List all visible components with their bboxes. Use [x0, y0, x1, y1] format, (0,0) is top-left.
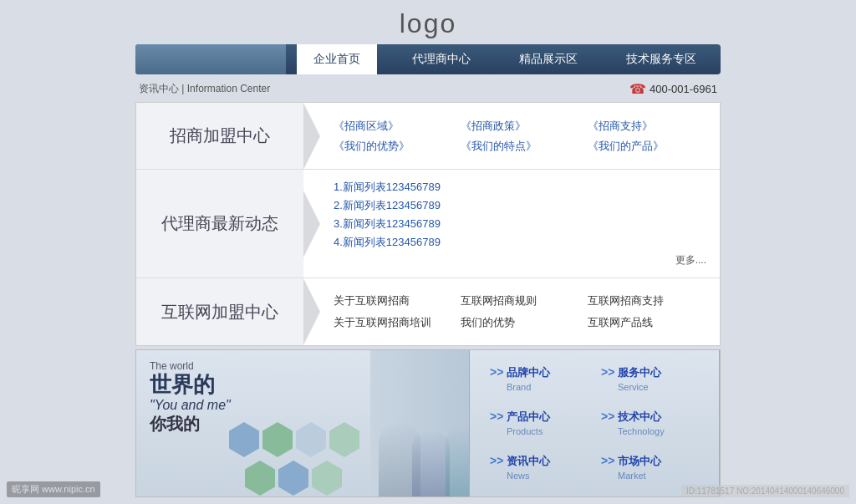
banner-left: The world 世界的 "You and me" 你我的 [136, 350, 370, 496]
internet-section: 互联网加盟中心 关于互联网招商 互联网招商规则 互联网招商支持 关于互联网招商培… [136, 278, 720, 345]
arrow-icon-tech: >> [601, 410, 614, 423]
center-link-products-sub: Products [507, 426, 543, 436]
news-link-3[interactable]: 4.新闻列表123456789 [334, 235, 706, 250]
news-content: 1.新闻列表123456789 2.新闻列表123456789 3.新闻列表12… [303, 170, 720, 277]
center-link-tech-sub: Technology [618, 426, 665, 436]
center-link-service[interactable]: >> 服务中心 Service [594, 357, 706, 401]
recruit-section: 招商加盟中心 《招商区域》 《招商政策》 《招商支持》 《我们的优势》 《我们的… [136, 103, 720, 170]
news-label: 代理商最新动态 [161, 212, 278, 235]
news-section: 代理商最新动态 1.新闻列表123456789 2.新闻列表123456789 … [136, 170, 720, 278]
internet-link-3[interactable]: 关于互联网招商培训 [334, 315, 452, 330]
banner-center-links: >> 品牌中心 Brand >> 服务中心 Service >> 产品中心 Pr… [469, 350, 720, 496]
recruit-label: 招商加盟中心 [170, 125, 270, 147]
internet-links: 关于互联网招商 互联网招商规则 互联网招商支持 关于互联网招商培训 我们的优势 … [334, 293, 706, 330]
internet-link-1[interactable]: 互联网招商规则 [461, 293, 579, 308]
internet-content: 关于互联网招商 互联网招商规则 互联网招商支持 关于互联网招商培训 我们的优势 … [303, 278, 720, 345]
center-link-market[interactable]: >> 市场中心 Market [594, 445, 706, 490]
internet-link-4[interactable]: 我们的优势 [461, 315, 579, 330]
banner-big-zh: 世界的 [150, 372, 357, 398]
arrow-icon-products: >> [490, 410, 503, 423]
internet-link-2[interactable]: 互联网招商支持 [588, 293, 706, 308]
center-link-brand-main: 品牌中心 [507, 366, 550, 379]
center-link-tech-main: 技术中心 [618, 410, 661, 423]
center-link-products-main: 产品中心 [507, 410, 550, 423]
news-link-1[interactable]: 2.新闻列表123456789 [334, 198, 706, 213]
info-center-label: 资讯中心 | Information Center [139, 82, 270, 96]
recruit-link-0[interactable]: 《招商区域》 [334, 119, 452, 134]
news-links: 1.新闻列表123456789 2.新闻列表123456789 3.新闻列表12… [334, 180, 706, 250]
recruit-link-2[interactable]: 《招商支持》 [588, 119, 706, 134]
recruit-label-area: 招商加盟中心 [136, 103, 303, 169]
internet-label-area: 互联网加盟中心 [136, 278, 303, 345]
phone-icon: ☎ [629, 81, 646, 97]
recruit-links: 《招商区域》 《招商政策》 《招商支持》 《我们的优势》 《我们的特点》 《我们… [334, 119, 706, 154]
center-link-market-sub: Market [618, 471, 646, 481]
arrow-icon-brand: >> [490, 365, 503, 379]
info-bar: 资讯中心 | Information Center ☎ 400-001-6961 [135, 79, 721, 99]
center-link-news-sub: News [507, 471, 530, 481]
recruit-link-1[interactable]: 《招商政策》 [461, 119, 579, 134]
center-link-service-main: 服务中心 [618, 366, 661, 379]
nav-placeholder [135, 44, 286, 74]
center-link-service-sub: Service [618, 382, 649, 392]
watermark: 昵享网 www.nipic.cn [7, 481, 100, 497]
arrow-icon-service: >> [601, 365, 614, 379]
nav-item-dealer[interactable]: 代理商中心 [399, 52, 484, 67]
center-link-news[interactable]: >> 资讯中心 News [483, 445, 594, 490]
internet-link-0[interactable]: 关于互联网招商 [334, 293, 452, 308]
arrow-icon-news: >> [490, 454, 503, 467]
banner-quote-en: "You and me" [150, 398, 357, 413]
news-link-2[interactable]: 3.新闻列表123456789 [334, 216, 706, 232]
news-more-link[interactable]: 更多.... [334, 253, 706, 267]
recruit-link-3[interactable]: 《我们的优势》 [334, 139, 452, 154]
nav-item-home[interactable]: 企业首页 [297, 44, 377, 74]
main-content: 招商加盟中心 《招商区域》 《招商政策》 《招商支持》 《我们的优势》 《我们的… [135, 102, 721, 346]
internet-link-5[interactable]: 互联网产品线 [588, 315, 706, 330]
bottom-id: ID:11781517 NO:20140414000140646000 [681, 485, 849, 497]
internet-label: 互联网加盟中心 [161, 301, 278, 323]
news-link-0[interactable]: 1.新闻列表123456789 [334, 180, 706, 195]
news-label-area: 代理商最新动态 [136, 170, 303, 277]
recruit-link-4[interactable]: 《我们的特点》 [461, 139, 579, 154]
banner-images [370, 350, 469, 496]
center-link-brand-sub: Brand [507, 382, 531, 392]
center-link-brand[interactable]: >> 品牌中心 Brand [483, 357, 594, 401]
arrow-icon-market: >> [601, 454, 614, 467]
logo-area: logo [0, 0, 856, 44]
nav-item-tech[interactable]: 技术服务专区 [613, 52, 710, 67]
center-link-products[interactable]: >> 产品中心 Products [483, 401, 594, 445]
phone-area: ☎ 400-001-6961 [629, 81, 717, 97]
nav-item-products[interactable]: 精品展示区 [506, 52, 591, 67]
center-link-tech[interactable]: >> 技术中心 Technology [594, 401, 706, 445]
bottom-banner: The world 世界的 "You and me" 你我的 [135, 349, 721, 497]
center-link-news-main: 资讯中心 [507, 455, 550, 467]
phone-number: 400-001-6961 [650, 83, 717, 95]
nav-bar: 企业首页 代理商中心 精品展示区 技术服务专区 [135, 44, 721, 74]
banner-world-en: The world [150, 360, 357, 372]
recruit-content: 《招商区域》 《招商政策》 《招商支持》 《我们的优势》 《我们的特点》 《我们… [303, 103, 720, 169]
nav-items: 企业首页 代理商中心 精品展示区 技术服务专区 [286, 44, 721, 74]
logo-text: logo [400, 8, 457, 38]
center-link-market-main: 市场中心 [618, 455, 661, 467]
recruit-link-5[interactable]: 《我们的产品》 [588, 139, 706, 154]
